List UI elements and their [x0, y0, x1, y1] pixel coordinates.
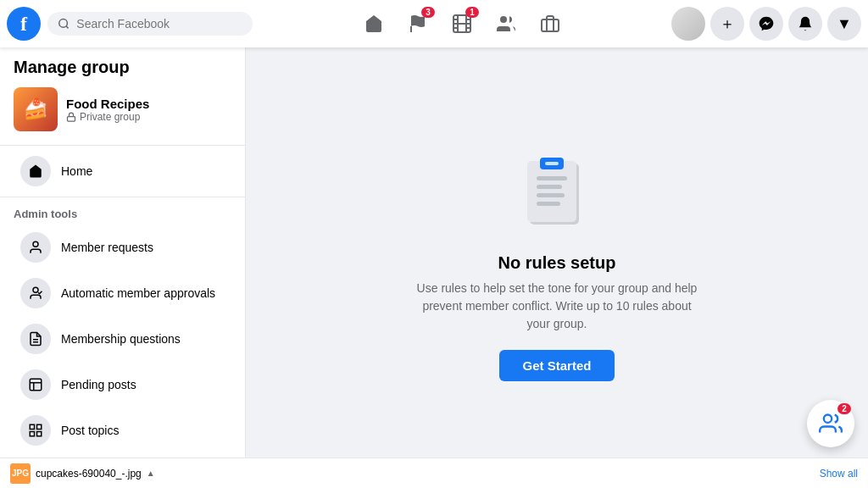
- sidebar-item-pending-posts[interactable]: Pending posts: [7, 363, 238, 407]
- file-type-icon: JPG: [10, 463, 31, 484]
- sidebar-item-membership-questions[interactable]: Membership questions: [7, 317, 238, 361]
- nav-left: f: [7, 7, 253, 41]
- flag-nav-btn[interactable]: 3: [398, 3, 438, 44]
- svg-rect-37: [527, 161, 576, 222]
- membership-questions-label: Membership questions: [61, 332, 181, 346]
- marketplace-nav-btn[interactable]: [530, 3, 570, 44]
- pending-posts-icon: [20, 369, 51, 400]
- facebook-logo[interactable]: f: [7, 7, 41, 41]
- group-avatar-image: 🍰: [14, 87, 58, 131]
- membership-questions-icon: [20, 324, 51, 354]
- play-nav-btn[interactable]: 1: [442, 3, 482, 44]
- group-type-label: Private group: [80, 111, 140, 123]
- nav-center: 3 1: [253, 3, 671, 44]
- svg-point-14: [33, 241, 38, 247]
- svg-rect-40: [537, 193, 565, 197]
- sidebar-item-home[interactable]: Home: [7, 149, 238, 193]
- nav-right: ＋ ▼: [671, 7, 861, 41]
- svg-rect-38: [537, 176, 567, 180]
- add-btn[interactable]: ＋: [710, 7, 744, 41]
- user-avatar[interactable]: [671, 7, 705, 41]
- search-box[interactable]: [47, 12, 253, 36]
- play-badge: 1: [465, 7, 479, 18]
- post-topics-icon: [20, 415, 51, 446]
- sidebar: Manage group 🍰 Food Recipes Private grou…: [0, 47, 246, 488]
- group-name: Food Recipes: [66, 97, 149, 111]
- main-content: No rules setup Use rules to help set the…: [246, 47, 868, 488]
- more-btn[interactable]: ▼: [827, 7, 861, 41]
- bottom-bar: JPG cupcakes-690040_-.jpg ▲ Show all: [0, 458, 868, 488]
- sidebar-divider-2: [0, 197, 245, 197]
- notifications-btn[interactable]: [788, 7, 822, 41]
- auto-approvals-icon: [20, 278, 51, 308]
- lock-icon: [66, 112, 76, 122]
- sidebar-item-member-requests[interactable]: Member requests: [7, 225, 238, 269]
- group-avatar: 🍰: [14, 87, 58, 131]
- home-icon: [20, 156, 51, 186]
- rules-empty-title: No rules setup: [498, 253, 616, 273]
- post-topics-label: Post topics: [61, 424, 119, 437]
- svg-rect-41: [537, 202, 560, 206]
- pending-posts-label: Pending posts: [61, 378, 136, 391]
- admin-tools-label: Admin tools: [0, 201, 245, 224]
- sidebar-item-auto-approvals[interactable]: Automatic member approvals: [7, 271, 238, 315]
- file-name: cupcakes-690040_-.jpg: [36, 468, 142, 480]
- rules-icon-svg: [515, 155, 599, 240]
- fab-badge: 2: [837, 403, 851, 414]
- svg-point-0: [59, 19, 68, 28]
- svg-rect-21: [30, 424, 34, 429]
- auto-approvals-label: Automatic member approvals: [61, 286, 215, 300]
- member-requests-icon: [20, 232, 51, 263]
- group-info[interactable]: 🍰 Food Recipes Private group: [0, 80, 245, 141]
- rules-empty-state: No rules setup Use rules to help set the…: [396, 138, 718, 398]
- file-chevron[interactable]: ▲: [147, 469, 155, 478]
- svg-rect-43: [545, 162, 559, 165]
- sidebar-header: Manage group: [0, 47, 245, 80]
- svg-point-11: [500, 16, 507, 23]
- bottom-file: JPG cupcakes-690040_-.jpg ▲: [10, 463, 813, 484]
- svg-point-15: [33, 287, 38, 292]
- manage-group-title: Manage group: [14, 58, 231, 77]
- home-nav-btn[interactable]: [353, 3, 394, 44]
- top-navigation: f 3 1 ＋: [0, 0, 868, 47]
- people-fab-button[interactable]: 2: [807, 400, 854, 447]
- svg-rect-12: [542, 19, 559, 31]
- member-requests-label: Member requests: [61, 241, 153, 254]
- messenger-btn[interactable]: [749, 7, 783, 41]
- rules-illustration: [515, 155, 599, 240]
- search-icon: [58, 17, 70, 30]
- svg-line-1: [66, 26, 69, 29]
- svg-rect-23: [30, 432, 34, 436]
- private-badge: Private group: [66, 111, 149, 123]
- svg-rect-39: [537, 185, 562, 189]
- svg-rect-22: [37, 424, 42, 429]
- svg-rect-18: [30, 379, 42, 391]
- flag-badge: 3: [421, 7, 435, 18]
- groups-nav-btn[interactable]: [486, 3, 526, 44]
- get-started-button[interactable]: Get Started: [499, 350, 615, 381]
- search-input[interactable]: [76, 17, 242, 30]
- sidebar-divider-1: [0, 145, 245, 146]
- rules-empty-description: Use rules to help set the tone for your …: [413, 280, 701, 333]
- home-label: Home: [61, 164, 92, 178]
- svg-rect-13: [68, 116, 75, 121]
- main-layout: Manage group 🍰 Food Recipes Private grou…: [0, 47, 868, 488]
- sidebar-item-post-topics[interactable]: Post topics: [7, 408, 238, 452]
- svg-point-44: [824, 415, 832, 423]
- svg-rect-24: [37, 432, 42, 436]
- show-all-button[interactable]: Show all: [820, 468, 858, 480]
- group-text: Food Recipes Private group: [66, 97, 149, 123]
- people-fab-icon: [819, 412, 843, 435]
